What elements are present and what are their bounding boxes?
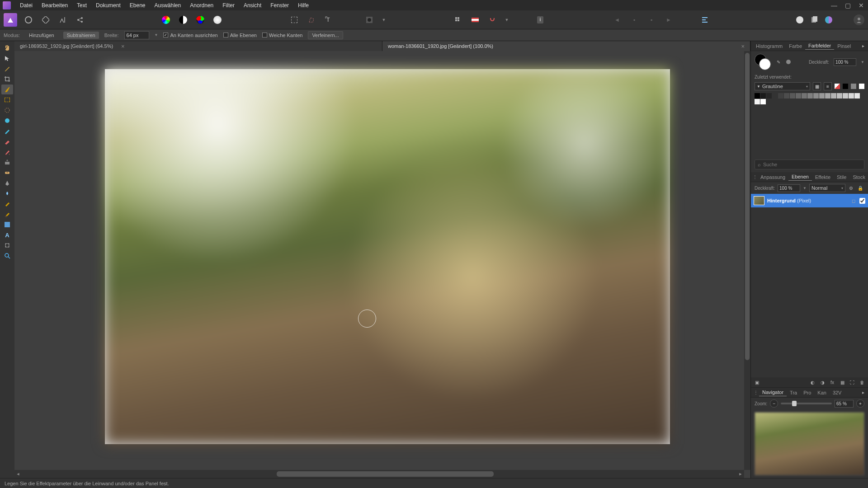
swatch[interactable] bbox=[843, 93, 848, 99]
layer-opacity-input[interactable] bbox=[778, 184, 800, 192]
tab-brush[interactable]: Pinsel bbox=[834, 42, 854, 50]
menu-document[interactable]: Dokument bbox=[91, 1, 125, 10]
grid-view-icon[interactable]: ▦ bbox=[813, 82, 821, 90]
mode-add-button[interactable]: Hinzufügen bbox=[25, 32, 58, 39]
tab-transform[interactable]: Tra bbox=[787, 389, 800, 396]
zoom-slider-knob[interactable] bbox=[792, 401, 797, 406]
fill-tool-icon[interactable] bbox=[1, 147, 13, 157]
move-tool-icon[interactable] bbox=[1, 53, 13, 63]
layer-fx-icon[interactable]: fx bbox=[829, 379, 835, 385]
gray-swatch[interactable] bbox=[851, 84, 856, 89]
swatch[interactable] bbox=[778, 93, 783, 99]
tab-navigator[interactable]: Navigator bbox=[759, 389, 787, 396]
panel-menu-icon[interactable]: ▸ bbox=[860, 43, 866, 49]
hscroll-right-icon[interactable]: ► bbox=[737, 470, 744, 478]
document-tab-2[interactable]: woman-1836601_1920.jpg [Geändert] (100.0… bbox=[382, 41, 750, 51]
layer-crop-icon[interactable]: ⛶ bbox=[849, 379, 855, 385]
swatch[interactable] bbox=[802, 93, 807, 99]
swatch[interactable] bbox=[755, 99, 760, 104]
menu-edit[interactable]: Bearbeiten bbox=[37, 1, 72, 10]
hscroll-thumb[interactable] bbox=[277, 471, 494, 477]
soft-edges-checkbox[interactable]: Weiche Kanten bbox=[262, 33, 302, 38]
tab-2-close-icon[interactable]: × bbox=[741, 43, 745, 50]
tab-stock[interactable]: Stock bbox=[849, 174, 868, 181]
tab-1-close-icon[interactable]: × bbox=[121, 43, 125, 50]
menu-arrange[interactable]: Anordnen bbox=[185, 1, 218, 10]
layer-mask-icon[interactable]: ◐ bbox=[809, 379, 816, 385]
crop-text-icon[interactable]: T bbox=[323, 14, 335, 26]
swatch[interactable] bbox=[760, 99, 766, 104]
menu-icon[interactable]: ≡ bbox=[824, 82, 832, 90]
info-icon[interactable]: i bbox=[534, 14, 546, 26]
tab-swatches[interactable]: Farbfelder bbox=[805, 42, 834, 50]
color-picker-tool-icon[interactable] bbox=[1, 64, 13, 74]
color-wheel-icon[interactable] bbox=[160, 14, 172, 26]
persona-liquify-icon[interactable] bbox=[23, 14, 34, 26]
swatch[interactable] bbox=[837, 93, 842, 99]
menu-window[interactable]: Fenster bbox=[266, 1, 293, 10]
swatch[interactable] bbox=[766, 93, 772, 99]
document-tab-1[interactable]: girl-1869532_1920.jpg [Geändert] (64.5%)… bbox=[14, 41, 382, 51]
heal-tool-icon[interactable] bbox=[1, 168, 13, 178]
opacity-input[interactable] bbox=[834, 58, 856, 66]
persona-photo-icon[interactable] bbox=[4, 13, 17, 27]
paint-brush-tool-icon[interactable] bbox=[1, 116, 13, 126]
docs-icon[interactable] bbox=[808, 14, 820, 26]
dropdown-arrow-2-icon[interactable]: ▼ bbox=[504, 14, 510, 26]
rgb-icon[interactable] bbox=[194, 14, 206, 26]
layer-settings-icon[interactable]: ⚙ bbox=[848, 185, 854, 191]
tab-color[interactable]: Farbe bbox=[786, 42, 805, 50]
layer-lock-small-icon[interactable]: ◻ bbox=[850, 197, 857, 204]
tab-protocol[interactable]: Pro bbox=[800, 389, 814, 396]
canvas[interactable] bbox=[105, 69, 670, 444]
window-maximize[interactable]: ▢ bbox=[841, 0, 854, 10]
menu-filter[interactable]: Filter bbox=[218, 1, 239, 10]
fg-bg-color-icon[interactable] bbox=[755, 54, 771, 70]
flood-select-tool-icon[interactable] bbox=[1, 105, 13, 115]
text-tool-icon[interactable]: A bbox=[1, 230, 13, 240]
burn-tool-icon[interactable] bbox=[1, 199, 13, 209]
lab-icon[interactable] bbox=[212, 14, 223, 26]
selection-brush-tool-icon[interactable] bbox=[1, 84, 13, 94]
menu-file[interactable]: Datei bbox=[15, 1, 37, 10]
panel-collapse-icon[interactable]: ⋮ bbox=[753, 174, 757, 180]
snap-edges-checkbox[interactable]: ✓An Kanten ausrichten bbox=[163, 33, 217, 38]
zoom-input[interactable] bbox=[835, 400, 854, 408]
palette-dropdown[interactable]: ▼Grautöne▾ bbox=[755, 82, 810, 90]
clone-tool-icon[interactable] bbox=[1, 157, 13, 167]
persona-develop-icon[interactable] bbox=[40, 14, 52, 26]
tab-adjustment[interactable]: Anpassung bbox=[757, 174, 788, 181]
blend-mode-dropdown[interactable]: Normal▾ bbox=[809, 184, 845, 192]
hscroll-left-icon[interactable]: ◄ bbox=[14, 470, 22, 478]
shape-tool-icon[interactable] bbox=[1, 220, 13, 230]
nav-collapse-icon[interactable]: ⋮ bbox=[753, 389, 759, 396]
none-swatch-icon[interactable] bbox=[835, 84, 840, 89]
menu-text[interactable]: Text bbox=[72, 1, 91, 10]
swatch[interactable] bbox=[831, 93, 836, 99]
horizontal-scrollbar[interactable]: ◄ ► bbox=[14, 470, 744, 478]
hand-tool-icon[interactable] bbox=[1, 43, 13, 53]
menu-help[interactable]: Hilfe bbox=[293, 1, 313, 10]
layer-adjust-icon[interactable]: ◑ bbox=[819, 379, 826, 385]
flag-icon[interactable] bbox=[469, 14, 481, 26]
persona-export-icon[interactable] bbox=[74, 14, 86, 26]
white-swatch[interactable] bbox=[859, 84, 864, 89]
tab-histogram[interactable]: Histogramm bbox=[753, 42, 786, 50]
align-icon[interactable] bbox=[699, 14, 711, 26]
grid-icon[interactable] bbox=[452, 14, 464, 26]
vscroll-thumb[interactable] bbox=[745, 53, 750, 360]
grayscale-icon[interactable] bbox=[177, 14, 189, 26]
dropdown-arrow-icon[interactable]: ▼ bbox=[381, 14, 387, 26]
tab-32v[interactable]: 32V bbox=[830, 389, 845, 396]
window-minimize[interactable]: — bbox=[827, 0, 841, 10]
assistant-icon[interactable] bbox=[794, 14, 806, 26]
layer-lock-icon[interactable]: 🔒 bbox=[857, 185, 863, 191]
layer-add-icon[interactable]: ▦ bbox=[839, 379, 845, 385]
all-layers-checkbox[interactable]: Alle Ebenen bbox=[223, 33, 257, 38]
swatch[interactable] bbox=[772, 93, 778, 99]
vertical-scrollbar[interactable] bbox=[744, 51, 750, 470]
tab-styles[interactable]: Stile bbox=[834, 174, 849, 181]
swatch[interactable] bbox=[854, 93, 860, 99]
pencil-tool-icon[interactable] bbox=[1, 126, 13, 136]
crop-tool-icon[interactable] bbox=[1, 74, 13, 84]
